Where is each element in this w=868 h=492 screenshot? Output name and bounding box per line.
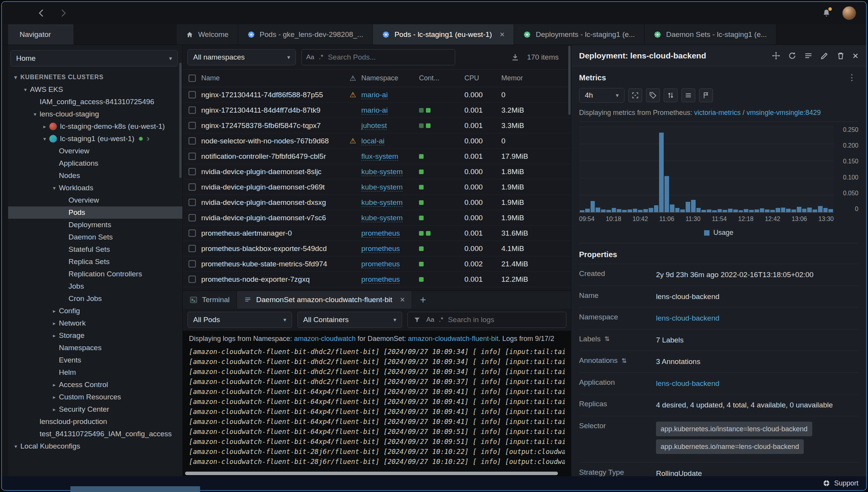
metrics-menu-icon[interactable]: ⋮ xyxy=(845,73,858,83)
column-warning-icon[interactable]: ⚠ xyxy=(344,74,361,83)
close-tab-icon[interactable]: × xyxy=(500,30,505,39)
property-link[interactable]: lens-cloud-backend xyxy=(656,314,719,322)
tree-item-helm[interactable]: Helm xyxy=(8,366,182,379)
namespace-link[interactable]: prometheus xyxy=(361,275,400,284)
download-icon[interactable] xyxy=(509,51,522,64)
namespace-link[interactable]: mario-ai xyxy=(361,91,388,99)
row-checkbox[interactable] xyxy=(189,168,196,175)
funnel-filter-icon[interactable] xyxy=(412,315,422,324)
pod-row-prometheus-kube-state-metrics-5fd974[interactable]: prometheus-kube-state-metrics-5fd974prom… xyxy=(183,256,571,272)
tree-item-security-center[interactable]: ▸Security Center xyxy=(8,403,182,416)
property-link[interactable]: lens-cloud-backend xyxy=(656,379,719,387)
namespace-link[interactable]: kube-system xyxy=(361,198,403,207)
tree-item-applications[interactable]: Applications xyxy=(8,157,182,170)
tree-item-jobs[interactable]: Jobs xyxy=(8,280,182,293)
tree-item-aws-eks[interactable]: ▾AWS EKS xyxy=(8,83,182,96)
tree-item-replication-controllers[interactable]: Replication Controllers xyxy=(8,268,182,280)
tree-item-lenscloud-production[interactable]: lenscloud-production xyxy=(8,416,182,428)
column-namespace[interactable]: Namespace xyxy=(361,74,419,82)
tree-item-custom-resources[interactable]: ▸Custom Resources xyxy=(8,391,182,403)
column-cpu[interactable]: CPU xyxy=(464,74,501,82)
metrics-range-select[interactable]: 4h ▾ xyxy=(579,88,624,103)
namespace-link[interactable]: prometheus xyxy=(361,229,400,238)
forward-button[interactable] xyxy=(57,7,69,19)
user-avatar[interactable] xyxy=(842,6,856,20)
table-scrollbar[interactable] xyxy=(568,46,571,115)
tab-pods-lc-staging1-eu-west-1[interactable]: Pods - lc-staging1 (eu-west-1)× xyxy=(373,24,514,45)
support-button[interactable]: Support xyxy=(823,479,858,487)
delete-trash-icon[interactable] xyxy=(834,49,847,62)
tree-item-lens-cloud-staging[interactable]: ▾lens-cloud-staging xyxy=(8,108,182,120)
dock-tab-terminal[interactable]: Terminal xyxy=(183,291,237,309)
logs-namespace-link[interactable]: amazon-cloudwatch xyxy=(294,335,356,342)
container-filter-select[interactable]: All Containers ▾ xyxy=(297,312,402,328)
namespace-filter-select[interactable]: All namespaces ▾ xyxy=(187,49,296,65)
namespace-link[interactable]: juhotest xyxy=(361,121,387,130)
tree-item-cron-jobs[interactable]: Cron Jobs xyxy=(8,293,182,305)
move-icon[interactable] xyxy=(770,49,783,62)
logs-search-input[interactable] xyxy=(448,316,561,324)
pod-row-node-selector-with-no-nodes-767b9d68[interactable]: node-selector-with-no-nodes-767b9d68⚠loc… xyxy=(183,133,571,149)
tree-item-test-841310725496-iam-config-access[interactable]: test_841310725496_IAM_config_access xyxy=(8,428,182,440)
pod-filter-select[interactable]: All Pods ▾ xyxy=(187,312,292,328)
match-case-icon[interactable]: Aa xyxy=(426,316,434,324)
row-checkbox[interactable] xyxy=(189,229,196,237)
tree-item-lc-staging1-eu-west-1[interactable]: ▾lc-staging1 (eu-west-1)› xyxy=(8,133,182,145)
row-checkbox[interactable] xyxy=(189,183,196,191)
metrics-source-link[interactable]: victoria-metrics xyxy=(694,109,741,116)
dock-tab-daemonset-amazon-cloudwatch-fluent-bit[interactable]: DaemonSet amazon-cloudwatch-fluent-bit× xyxy=(237,291,412,309)
tree-item-network[interactable]: ▸Network xyxy=(8,317,182,329)
metrics-source-link[interactable]: vmsingle-vmsingle:8429 xyxy=(746,109,821,116)
tree-item-events[interactable]: Events xyxy=(8,354,182,366)
navigator-header[interactable]: Navigator xyxy=(8,24,73,45)
pod-row-nvidia-device-plugin-daemonset-v7sc6[interactable]: nvidia-device-plugin-daemonset-v7sc6kube… xyxy=(183,210,571,226)
close-dock-tab-icon[interactable]: × xyxy=(400,296,405,304)
tree-item-access-control[interactable]: ▸Access Control xyxy=(8,379,182,391)
tab-deployments-lc-staging1-e[interactable]: Deployments - lc-staging1 (e... xyxy=(514,24,644,45)
tree-item-namespaces[interactable]: Namespaces xyxy=(8,342,182,354)
tree-item-pods[interactable]: Pods xyxy=(8,206,182,219)
pod-row-notification-controller-7bfbfd6479-cbl5r[interactable]: notification-controller-7bfbfd6479-cbl5r… xyxy=(183,149,571,164)
tab-welcome[interactable]: Welcome xyxy=(177,24,238,45)
flag-icon[interactable] xyxy=(699,88,713,102)
tree-item-storage[interactable]: ▸Storage xyxy=(8,329,182,342)
logs-horizontal-scrollbar[interactable] xyxy=(185,472,558,475)
regex-icon[interactable]: .* xyxy=(439,316,443,324)
column-containers[interactable]: Cont... xyxy=(419,74,464,82)
tree-item-workloads[interactable]: ▾Workloads xyxy=(8,182,182,194)
tree-item-nodes[interactable]: Nodes xyxy=(8,170,182,182)
tab-pods-gke-lens-dev-298208[interactable]: Pods - gke_lens-dev-298208_... xyxy=(238,24,373,45)
crosshair-icon[interactable] xyxy=(628,88,642,102)
namespace-link[interactable]: prometheus xyxy=(361,260,400,268)
tag-icon[interactable] xyxy=(646,88,660,102)
notifications-bell-icon[interactable] xyxy=(821,7,832,19)
row-checkbox[interactable] xyxy=(189,276,196,283)
tree-item-config[interactable]: ▸Config xyxy=(8,305,182,317)
namespace-link[interactable]: kube-system xyxy=(361,214,403,222)
row-checkbox[interactable] xyxy=(189,91,196,98)
match-case-icon[interactable]: Aa xyxy=(306,53,314,61)
pod-row-prometheus-node-exporter-7zgxq[interactable]: prometheus-node-exporter-7zgxqprometheus… xyxy=(183,272,571,287)
select-all-checkbox[interactable] xyxy=(189,75,196,82)
sort-toggle-icon[interactable]: ⇅ xyxy=(621,357,626,364)
pod-row-nginx-1724758378-5fb6f5847c-tqpx7[interactable]: nginx-1724758378-5fb6f5847c-tqpx7juhotes… xyxy=(183,118,571,133)
namespace-link[interactable]: prometheus xyxy=(361,244,400,253)
pod-row-nginx-1721304411-74df86f588-87p55[interactable]: nginx-1721304411-74df86f588-87p55⚠mario-… xyxy=(183,87,571,103)
tree-item-overview[interactable]: Overview xyxy=(8,194,182,206)
namespace-link[interactable]: mario-ai xyxy=(361,106,388,115)
tree-item-replica-sets[interactable]: Replica Sets xyxy=(8,256,182,268)
pods-search-input[interactable] xyxy=(328,53,450,62)
back-button[interactable] xyxy=(36,7,47,19)
namespace-link[interactable]: flux-system xyxy=(361,152,398,161)
tree-item-overview[interactable]: Overview xyxy=(8,145,182,157)
row-checkbox[interactable] xyxy=(189,153,196,160)
refresh-icon[interactable] xyxy=(786,49,799,62)
close-drawer-icon[interactable]: × xyxy=(853,51,858,61)
tree-item-lc-staging-demo-k8s-eu-west-1[interactable]: ▸lc-staging-demo-k8s (eu-west-1) xyxy=(8,120,182,133)
pod-row-nvidia-device-plugin-daemonset-dxsxg[interactable]: nvidia-device-plugin-daemonset-dxsxgkube… xyxy=(183,195,571,210)
pod-row-prometheus-alertmanager-0[interactable]: prometheus-alertmanager-0prometheus0.001… xyxy=(183,226,571,241)
sidebar-scrollbar[interactable] xyxy=(179,63,182,178)
row-checkbox[interactable] xyxy=(189,199,196,206)
pod-row-nginx-1721304411-84d4ff7d4b-87tk9[interactable]: nginx-1721304411-84d4ff7d4b-87tk9mario-a… xyxy=(183,103,571,118)
namespace-link[interactable]: kube-system xyxy=(361,183,403,191)
